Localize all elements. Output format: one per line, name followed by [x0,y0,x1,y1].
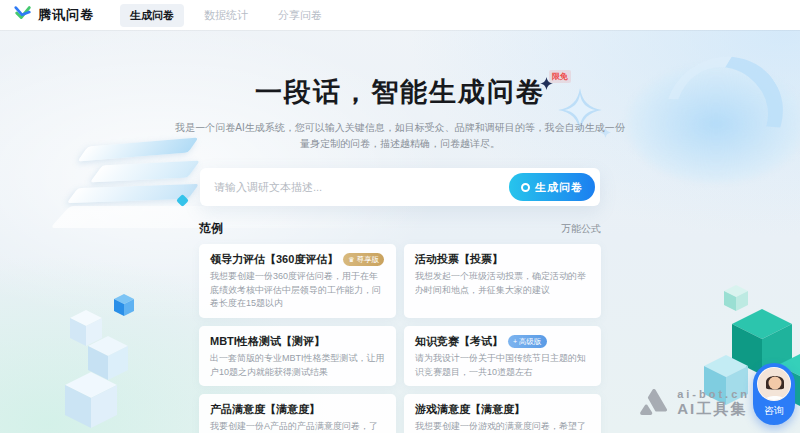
hero-section: 一段话，智能生成问卷 限免 我是一个问卷AI生成系统，您可以输入关键信息，如目标… [0,74,800,152]
watermark-name: AI工具集 [677,400,750,419]
example-card-activity-vote[interactable]: 活动投票【投票】 我想发起一个班级活动投票，确定活动的举办时间和地点，并征集大家… [404,244,601,318]
consult-label: 咨询 [764,404,784,418]
consultant-avatar [757,367,791,401]
top-navbar: 腾讯问卷 生成问卷 数据统计 分享问卷 [0,0,800,30]
generate-survey-button[interactable]: 生成问卷 [509,173,595,201]
nav-tabs: 生成问卷 数据统计 分享问卷 [120,4,332,27]
examples-heading: 范例 [199,220,223,237]
card-title: MBTI性格测试【测评】 [210,334,325,349]
badge-label: 高级版 [519,337,542,347]
card-title: 游戏满意度【满意度】 [415,402,525,417]
card-title: 活动投票【投票】 [415,252,503,267]
app-title: 腾讯问卷 [38,6,94,24]
card-title: 领导力评估【360度评估】 [210,252,338,267]
consult-widget[interactable]: 咨询 [753,363,795,425]
card-body: 我想要创建一份360度评估问卷，用于在年底绩效考核中评估中层领导的工作能力，问卷… [210,270,385,311]
examples-section: 范例 万能公式 领导力评估【360度评估】 ♛ 尊享版 我想要创建一份360度评… [199,220,601,433]
decor-cube-stack-left [46,288,156,432]
page-title: 一段话，智能生成问卷 [255,77,545,107]
tab-data-statistics[interactable]: 数据统计 [194,4,258,27]
card-body: 我要创建一份A产品的产品满意度问卷，了解用户对该产品的功能、内容、体验、性能、品… [210,420,385,433]
hero-subtitle-line1: 我是一个问卷AI生成系统，您可以输入关键信息，如目标受众、品牌和调研目的等，我会… [0,120,800,136]
badge-label: 尊享版 [357,255,380,265]
decor-ribbon-2 [90,161,200,183]
generate-button-label: 生成问卷 [535,180,583,195]
card-body: 我想要创建一份游戏的满意度问卷，希望了解玩家对该游戏的满意度，了解玩家的游戏习惯… [415,420,590,433]
card-title: 知识竞赛【考试】 [415,334,503,349]
card-body: 请为我设计一份关于中国传统节日主题的知识竞赛题目，一共10道题左右 [415,352,590,379]
tab-generate-survey[interactable]: 生成问卷 [120,4,184,27]
universal-formula-link[interactable]: 万能公式 [561,222,601,236]
watermark: ai-bot.cn AI工具集 [639,388,750,419]
watermark-domain: ai-bot.cn [677,388,750,400]
generate-ring-icon [521,183,530,192]
survey-prompt-input[interactable] [214,181,509,193]
limited-free-badge: 限免 [549,70,571,83]
survey-prompt-bar: 生成问卷 [200,168,600,206]
hero-subtitle-line2: 量身定制的问卷，描述越精确，问卷越详尽。 [0,136,800,152]
ai-bot-logo-icon [639,389,669,419]
plus-icon: + [513,338,517,345]
tencent-survey-logo-icon [14,4,32,26]
example-card-product-satisfaction[interactable]: 产品满意度【满意度】 我要创建一份A产品的产品满意度问卷，了解用户对该产品的功能… [199,394,396,433]
crown-icon: ♛ [348,256,354,263]
example-card-mbti[interactable]: MBTI性格测试【测评】 出一套简版的专业MBTI性格类型测试，让用户10题之内… [199,326,396,386]
example-card-game-satisfaction[interactable]: 游戏满意度【满意度】 我想要创建一份游戏的满意度问卷，希望了解玩家对该游戏的满意… [404,394,601,433]
card-body: 我想发起一个班级活动投票，确定活动的举办时间和地点，并征集大家的建议 [415,270,590,297]
tab-share-survey[interactable]: 分享问卷 [268,4,332,27]
app-logo[interactable]: 腾讯问卷 [14,4,94,26]
hero-subtitle: 我是一个问卷AI生成系统，您可以输入关键信息，如目标受众、品牌和调研目的等，我会… [0,120,800,152]
example-card-quiz[interactable]: 知识竞赛【考试】 + 高级版 请为我设计一份关于中国传统节日主题的知识竞赛题目，… [404,326,601,386]
card-body: 出一套简版的专业MBTI性格类型测试，让用户10题之内就能获得测试结果 [210,352,385,379]
example-card-leadership[interactable]: 领导力评估【360度评估】 ♛ 尊享版 我想要创建一份360度评估问卷，用于在年… [199,244,396,318]
card-title: 产品满意度【满意度】 [210,402,320,417]
example-cards-grid: 领导力评估【360度评估】 ♛ 尊享版 我想要创建一份360度评估问卷，用于在年… [199,244,601,433]
advanced-badge: + 高级版 [508,335,547,348]
premium-badge: ♛ 尊享版 [343,253,384,266]
